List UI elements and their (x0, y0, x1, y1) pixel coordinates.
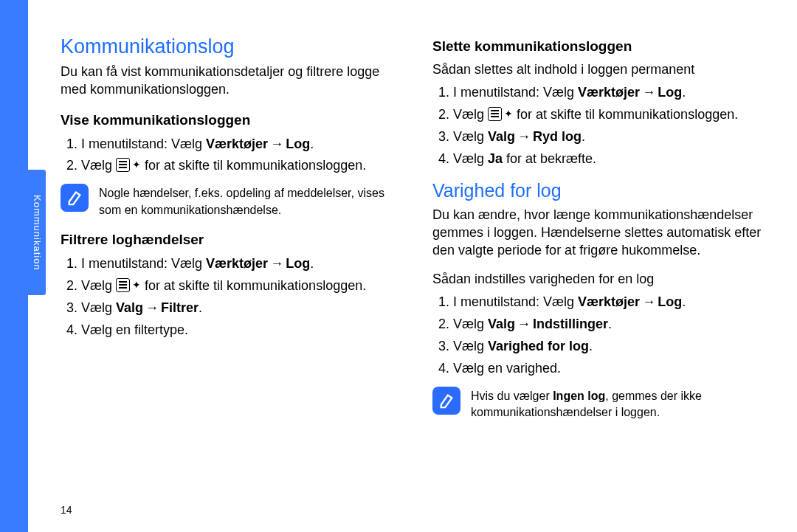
switch-icon-combo: ✦ (488, 107, 513, 121)
list-item: Vælg ✦ for at skifte til kommunikationsl… (453, 105, 767, 125)
subheading-filter: Filtrere loghændelser (61, 232, 396, 248)
list-item: Vælg Ja for at bekræfte. (453, 149, 767, 170)
note-box: Nogle hændelser, f.eks. opdeling af medd… (61, 184, 396, 218)
intro-text: Du kan få vist kommunikationsdetaljer og… (61, 63, 396, 99)
sparkle-icon: ✦ (132, 159, 141, 170)
switch-icon-combo: ✦ (116, 158, 141, 172)
heading-duration: Varighed for log (432, 180, 767, 201)
note-icon (61, 184, 89, 212)
subheading-view-log: Vise kommunikationsloggen (61, 112, 396, 128)
note-icon (432, 387, 460, 415)
list-icon (116, 278, 130, 292)
list-item: Vælg Valg→Ryd log. (453, 127, 767, 148)
subheading-delete-log: Slette kommunikationsloggen (432, 38, 767, 55)
sparkle-icon: ✦ (504, 108, 513, 119)
list-item: Vælg en filtertype. (81, 320, 396, 341)
vertical-accent-bar (0, 0, 28, 532)
section-tab: Kommunikation (28, 170, 46, 295)
steps-delete: I menutilstand: Vælg Værktøjer→Log. Vælg… (432, 83, 767, 170)
steps-filter: I menutilstand: Vælg Værktøjer→Log. Vælg… (61, 254, 396, 341)
list-item: Vælg Valg→Filtrer. (81, 298, 396, 319)
list-item: I menutilstand: Vælg Værktøjer→Log. (81, 134, 396, 155)
note-text: Nogle hændelser, f.eks. opdeling af medd… (99, 184, 396, 218)
note-text: Hvis du vælger Ingen log, gemmes der ikk… (471, 387, 767, 421)
column-left: Kommunikationslog Du kan få vist kommuni… (61, 35, 396, 517)
page-number: 14 (61, 504, 72, 516)
heading-kommunikationslog: Kommunikationslog (61, 35, 396, 58)
switch-icon-combo: ✦ (116, 278, 141, 292)
note-box: Hvis du vælger Ingen log, gemmes der ikk… (432, 387, 767, 421)
list-icon (488, 107, 502, 121)
list-item: Vælg Valg→Indstillinger. (453, 314, 767, 335)
list-item: I menutilstand: Vælg Værktøjer→Log. (453, 83, 767, 103)
section-tab-label: Kommunikation (32, 195, 43, 271)
intro-text: Du kan ændre, hvor længe kommunikationsh… (432, 206, 767, 260)
intro-text: Sådan slettes alt indhold i loggen perma… (432, 61, 767, 78)
steps-duration: I menutilstand: Vælg Værktøjer→Log. Vælg… (432, 292, 767, 379)
list-icon (116, 158, 130, 172)
list-item: Vælg Varighed for log. (453, 336, 767, 357)
page-content: Kommunikationslog Du kan få vist kommuni… (61, 35, 767, 517)
steps-view-log: I menutilstand: Vælg Værktøjer→Log. Vælg… (61, 134, 396, 177)
list-item: Vælg en varighed. (453, 359, 767, 379)
list-item: I menutilstand: Vælg Værktøjer→Log. (453, 292, 767, 313)
intro-text: Sådan indstilles varigheden for en log (432, 270, 767, 288)
column-right: Slette kommunikationsloggen Sådan slette… (432, 35, 767, 517)
list-item: Vælg ✦ for at skifte til kommunikationsl… (81, 156, 396, 176)
list-item: Vælg ✦ for at skifte til kommunikationsl… (81, 276, 396, 297)
list-item: I menutilstand: Vælg Værktøjer→Log. (81, 254, 396, 274)
sparkle-icon: ✦ (132, 280, 141, 290)
